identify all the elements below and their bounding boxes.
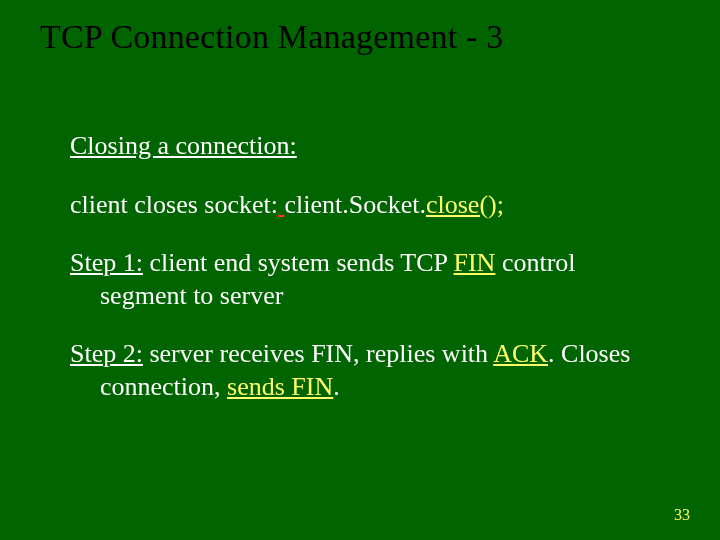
slide-body: Closing a connection: client closes sock… <box>70 130 660 429</box>
text: client.Socket. <box>284 190 426 219</box>
closing-heading: Closing a connection: <box>70 130 660 163</box>
step-1: Step 1: client end system sends TCP FIN … <box>70 247 660 312</box>
text: . <box>333 372 340 401</box>
step-1-label: Step 1: <box>70 248 143 277</box>
text: , replies with <box>353 339 493 368</box>
step-2: Step 2: server receives FIN, replies wit… <box>70 338 660 403</box>
text: client closes socket: <box>70 190 278 219</box>
term-sends-fin: sends FIN <box>227 372 333 401</box>
slide-title: TCP Connection Management - 3 <box>40 18 503 56</box>
slide: TCP Connection Management - 3 Closing a … <box>0 0 720 540</box>
term-fin: FIN <box>311 339 353 368</box>
code-close: close(); <box>426 190 504 219</box>
step-2-label: Step 2: <box>70 339 143 368</box>
page-number: 33 <box>674 506 690 524</box>
term-fin: FIN <box>454 248 496 277</box>
line-client-closes: client closes socket: client.Socket.clos… <box>70 189 660 222</box>
text: server receives <box>143 339 311 368</box>
text: client end system sends TCP <box>143 248 454 277</box>
term-ack: ACK <box>493 339 548 368</box>
closing-heading-text: Closing a connection: <box>70 131 297 160</box>
